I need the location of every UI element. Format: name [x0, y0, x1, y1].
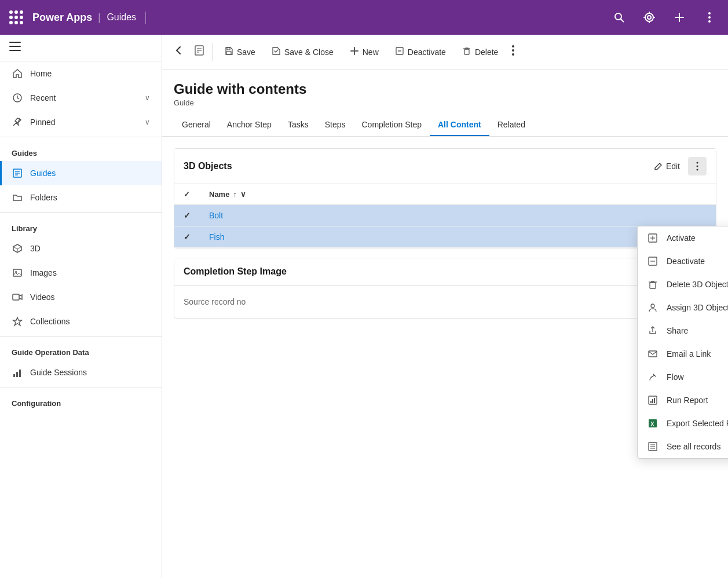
delete-button[interactable]: Delete: [455, 42, 505, 63]
menu-item-activate[interactable]: Activate: [638, 226, 728, 250]
sidebar-item-folders[interactable]: Folders: [0, 185, 162, 210]
section-library-label: Library: [0, 215, 162, 236]
col-name[interactable]: Name ↑ ∨: [200, 184, 716, 205]
svg-point-2: [645, 13, 653, 21]
sidebar-recent-label: Recent: [30, 93, 56, 103]
flow-icon: [647, 372, 659, 382]
save-close-label: Save & Close: [284, 47, 334, 57]
menu-delete-3d-label: Delete 3D Object: [667, 280, 728, 289]
menu-item-export-records[interactable]: X Export Selected Records: [638, 412, 728, 435]
toolbar-more-button[interactable]: [507, 41, 519, 63]
deactivate-button[interactable]: Deactivate: [388, 42, 453, 63]
tab-anchor-step[interactable]: Anchor Step: [219, 114, 280, 136]
new-button[interactable]: New: [343, 42, 386, 63]
menu-item-flow[interactable]: Flow ›: [638, 365, 728, 389]
menu-item-run-report[interactable]: Run Report ›: [638, 389, 728, 412]
run-report-icon: [647, 395, 659, 405]
new-label: New: [363, 47, 379, 57]
table-row[interactable]: ✓ Bolt: [174, 205, 716, 226]
section-3d-more-button[interactable]: [688, 157, 707, 175]
section-3d-objects: 3D Objects Edit: [174, 148, 716, 248]
tab-all-content[interactable]: All Content: [430, 114, 489, 136]
guide-sessions-icon: [12, 367, 23, 378]
overflow-icon[interactable]: [700, 8, 719, 27]
sidebar-item-home[interactable]: Home: [0, 61, 162, 86]
sidebar-item-guides[interactable]: Guides: [0, 161, 162, 185]
target-icon[interactable]: [640, 8, 659, 27]
section-configuration-label: Configuration: [0, 390, 162, 411]
main-layout: Home Recent ∨ Pinned: [0, 35, 728, 578]
menu-item-assign-3d[interactable]: Assign 3D Objects: [638, 296, 728, 319]
email-link-icon: [647, 349, 659, 359]
tab-general[interactable]: General: [174, 114, 219, 136]
sidebar-item-collections[interactable]: Collections: [0, 309, 162, 334]
app-launcher[interactable]: [9, 10, 23, 24]
menu-item-email-link[interactable]: Email a Link: [638, 342, 728, 365]
svg-rect-53: [650, 283, 656, 288]
svg-rect-13: [9, 42, 21, 43]
3d-icon: [12, 243, 23, 254]
save-close-button[interactable]: Save & Close: [265, 42, 341, 63]
save-button[interactable]: Save: [217, 42, 262, 63]
home-icon: [12, 68, 23, 79]
app-section-name: Guides: [107, 12, 136, 23]
tabs-bar: General Anchor Step Tasks Steps Completi…: [162, 114, 728, 137]
tab-related[interactable]: Related: [489, 114, 533, 136]
svg-point-10: [708, 12, 711, 14]
sidebar-item-images[interactable]: Images: [0, 261, 162, 285]
sidebar-item-pinned[interactable]: Pinned ∨: [0, 110, 162, 134]
menu-item-share[interactable]: Share: [638, 319, 728, 342]
svg-rect-23: [13, 269, 21, 276]
hamburger-icon[interactable]: [9, 42, 21, 54]
source-record-text: Source record no: [174, 286, 716, 318]
sidebar: Home Recent ∨ Pinned: [0, 35, 162, 578]
images-label: Images: [30, 268, 57, 277]
svg-text:X: X: [650, 421, 654, 427]
sidebar-item-3d[interactable]: 3D: [0, 236, 162, 261]
folders-icon: [12, 192, 23, 203]
3d-objects-table: ✓ Name ↑ ∨: [174, 184, 716, 248]
sidebar-item-recent[interactable]: Recent ∨: [0, 86, 162, 110]
svg-rect-14: [9, 46, 21, 47]
save-icon: [224, 46, 233, 58]
search-icon[interactable]: [610, 8, 628, 27]
section-3d-title: 3D Objects: [184, 161, 649, 171]
section-guide-operation-label: Guide Operation Data: [0, 339, 162, 360]
col-check: ✓: [174, 184, 200, 205]
brand-separator: |: [98, 12, 101, 24]
tab-tasks[interactable]: Tasks: [280, 114, 317, 136]
deactivate-menu-icon: [647, 256, 659, 266]
menu-item-delete-3d[interactable]: Delete 3D Object: [638, 273, 728, 296]
delete-label: Delete: [475, 47, 498, 57]
svg-point-12: [708, 20, 711, 23]
assign-3d-icon: [647, 302, 659, 313]
menu-run-report-label: Run Report: [667, 396, 708, 405]
sidebar-item-videos[interactable]: Videos: [0, 285, 162, 309]
sidebar-nav: Home Recent ∨ Pinned: [0, 61, 162, 578]
collections-icon: [12, 316, 23, 327]
back-button[interactable]: [169, 41, 189, 63]
save-close-icon: [272, 46, 281, 58]
svg-point-45: [697, 162, 698, 164]
menu-item-deactivate[interactable]: Deactivate: [638, 250, 728, 273]
tab-completion-step[interactable]: Completion Step: [353, 114, 430, 136]
svg-rect-28: [16, 372, 18, 377]
svg-line-1: [621, 19, 624, 22]
menu-item-see-all-records[interactable]: See all records: [638, 435, 728, 458]
svg-rect-29: [19, 370, 21, 377]
add-icon[interactable]: [670, 8, 689, 27]
activate-icon: [647, 233, 659, 243]
sidebar-item-guide-sessions[interactable]: Guide Sessions: [0, 360, 162, 385]
svg-rect-60: [652, 399, 653, 403]
videos-label: Videos: [30, 292, 55, 302]
table-row[interactable]: ✓ Fish: [174, 226, 716, 248]
menu-email-link-label: Email a Link: [667, 349, 711, 358]
svg-marker-26: [13, 317, 22, 325]
guides-label: Guides: [30, 169, 56, 178]
section-edit-button[interactable]: Edit: [649, 159, 686, 173]
row-check: ✓: [174, 226, 200, 248]
page-subtitle: Guide: [174, 98, 716, 107]
svg-rect-61: [654, 398, 655, 403]
record-icon: [191, 42, 207, 61]
tab-steps[interactable]: Steps: [317, 114, 354, 136]
